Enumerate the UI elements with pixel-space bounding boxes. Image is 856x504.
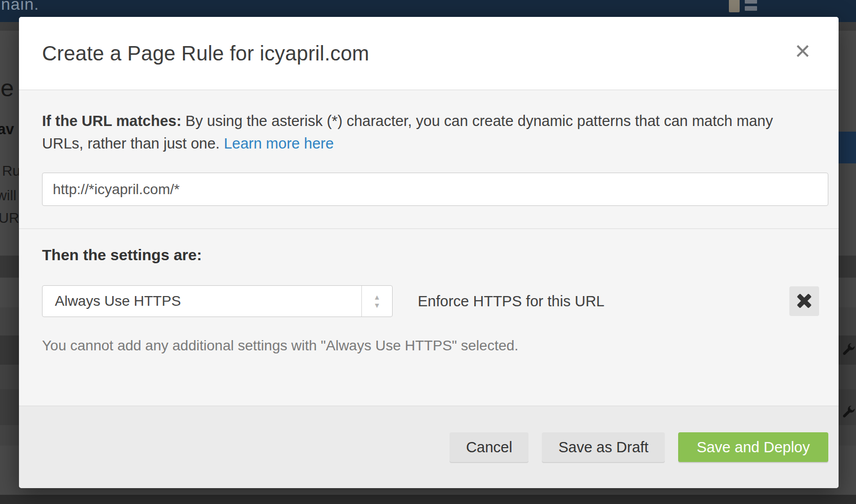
setting-description: Enforce HTTPS for this URL xyxy=(418,293,789,310)
settings-helper-text: You cannot add any additional settings w… xyxy=(42,338,828,354)
url-match-description: If the URL matches: By using the asteris… xyxy=(42,110,801,155)
background-text-fragment: UR xyxy=(0,210,19,226)
url-match-section: If the URL matches: By using the asteris… xyxy=(19,90,839,229)
remove-setting-button[interactable] xyxy=(789,286,819,316)
modal-footer: Cancel Save as Draft Save and Deploy xyxy=(19,406,839,488)
chevron-up-down-icon: ▲ ▼ xyxy=(361,286,392,317)
wrench-icon xyxy=(841,342,855,356)
modal-body: If the URL matches: By using the asteris… xyxy=(19,90,839,406)
background-topbar-text-fragment: nain. xyxy=(1,0,39,14)
background-heading-fragment: e xyxy=(1,74,14,102)
setting-select-value: Always Use HTTPS xyxy=(43,286,361,317)
background-text-fragment: Ru xyxy=(2,163,21,179)
setting-row: Always Use HTTPS ▲ ▼ Enforce HTTPS for t… xyxy=(42,285,828,317)
background-text-fragment: will xyxy=(0,187,16,204)
save-as-draft-button[interactable]: Save as Draft xyxy=(542,432,665,462)
background-bottom-strip xyxy=(0,495,856,504)
settings-section: Then the settings are: Always Use HTTPS … xyxy=(19,229,839,354)
url-pattern-input[interactable] xyxy=(42,173,828,206)
wrench-icon xyxy=(841,405,855,419)
background-bold-fragment: av xyxy=(0,121,14,138)
learn-more-link[interactable]: Learn more here xyxy=(224,135,334,152)
setting-select[interactable]: Always Use HTTPS ▲ ▼ xyxy=(42,285,393,317)
list-view-icon xyxy=(745,0,757,13)
settings-heading: Then the settings are: xyxy=(42,246,828,264)
create-page-rule-modal: Create a Page Rule for icyapril.com × If… xyxy=(19,17,839,488)
card-view-icon xyxy=(729,0,740,12)
modal-title: Create a Page Rule for icyapril.com xyxy=(42,42,369,65)
cancel-button[interactable]: Cancel xyxy=(450,432,528,462)
modal-header: Create a Page Rule for icyapril.com × xyxy=(19,17,839,90)
url-match-lead-label: If the URL matches: xyxy=(42,113,181,129)
save-and-deploy-button[interactable]: Save and Deploy xyxy=(678,432,828,462)
close-icon[interactable]: × xyxy=(788,36,817,65)
